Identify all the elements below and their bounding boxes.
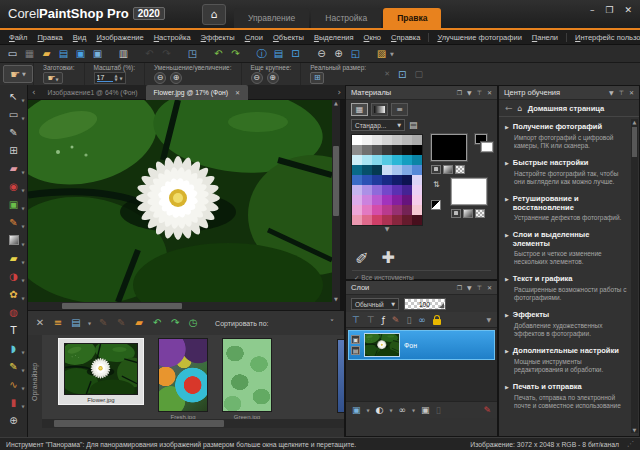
palettes-icon[interactable]: ▨ bbox=[375, 47, 388, 60]
color-swatch-62[interactable] bbox=[402, 215, 412, 225]
color-swatch-40[interactable] bbox=[392, 185, 402, 195]
color-swatch-46[interactable] bbox=[382, 195, 392, 205]
color-swatch-20[interactable] bbox=[402, 155, 412, 165]
swatch-book-icon[interactable]: ▤ bbox=[409, 120, 418, 130]
thumbnail-mode-icon[interactable]: ▤ bbox=[70, 317, 82, 329]
flyout-arrow-icon[interactable]: ▼ bbox=[21, 188, 24, 193]
color-swatch-10[interactable] bbox=[372, 145, 382, 155]
random-parameters-icon[interactable]: ⊡ bbox=[289, 47, 302, 60]
color-swatch-47[interactable] bbox=[392, 195, 402, 205]
color-swatch-38[interactable] bbox=[372, 185, 382, 195]
rotate-right-icon[interactable]: ↷ bbox=[169, 317, 181, 329]
save-icon[interactable]: ▣ bbox=[74, 47, 87, 60]
color-swatch-48[interactable] bbox=[402, 195, 412, 205]
color-swatch-8[interactable] bbox=[352, 145, 362, 155]
color-swatch-6[interactable] bbox=[402, 135, 412, 145]
maximize-icon[interactable]: ❐ bbox=[605, 5, 613, 15]
learning-section-2[interactable]: ▶Быстрые настройкиНастройте фотографий т… bbox=[505, 158, 628, 186]
color-swatch-52[interactable] bbox=[372, 205, 382, 215]
new-mask-layer-icon[interactable]: ∞ bbox=[399, 405, 407, 415]
opacity-field[interactable]: 100 bbox=[404, 298, 446, 310]
crop-tool[interactable]: ⊞ bbox=[2, 141, 26, 159]
close-panel-icon[interactable]: ✕ bbox=[487, 284, 492, 291]
layer-visibility-icon[interactable]: ▣ bbox=[351, 335, 360, 344]
clear-icon[interactable]: ✕ bbox=[384, 70, 390, 78]
zoom-more-icon[interactable]: ⊕ bbox=[267, 72, 279, 84]
zoom-in-step-icon[interactable]: ⊕ bbox=[170, 72, 182, 84]
lc-scroll-thumb[interactable] bbox=[632, 127, 637, 157]
color-swatch-39[interactable] bbox=[382, 185, 392, 195]
color-swatch-23[interactable] bbox=[362, 165, 372, 175]
color-swatch-14[interactable] bbox=[412, 145, 422, 155]
red-eye-tool[interactable]: ◉▼ bbox=[2, 177, 26, 195]
flyout-arrow-icon[interactable]: ▼ bbox=[21, 404, 24, 409]
lock-icon[interactable] bbox=[433, 319, 441, 325]
color-swatch-29[interactable] bbox=[352, 175, 362, 185]
color-swatch-16[interactable] bbox=[362, 155, 372, 165]
color-swatch-60[interactable] bbox=[382, 215, 392, 225]
picture-frame-icon[interactable]: ▣ bbox=[421, 405, 430, 415]
color-swatch-25[interactable] bbox=[382, 165, 392, 175]
save-as-icon[interactable]: ▣ bbox=[91, 47, 104, 60]
scale-slider-icon[interactable]: ▼ bbox=[120, 76, 123, 81]
link-layers-icon[interactable]: ∞ bbox=[418, 315, 426, 325]
color-swatch-19[interactable] bbox=[392, 155, 402, 165]
new-file-icon[interactable]: ▭ bbox=[6, 47, 19, 60]
menu-item-10[interactable]: Окно bbox=[359, 33, 386, 42]
menu-item-6[interactable]: Эффекты bbox=[196, 33, 240, 42]
color-swatch-61[interactable] bbox=[392, 215, 402, 225]
vscroll-thumb[interactable] bbox=[333, 146, 339, 216]
scroll-down-icon[interactable]: ▼ bbox=[631, 427, 638, 433]
organizer-thumbnail-1[interactable]: Flower.jpg bbox=[58, 338, 144, 405]
color-replacer-tool[interactable]: ◑▼ bbox=[2, 267, 26, 285]
edit-image-icon[interactable]: ✎ bbox=[483, 405, 491, 415]
learning-section-4[interactable]: ▶Слои и выделенные элементыБыстрое и чет… bbox=[505, 230, 628, 266]
color-swatch-1[interactable] bbox=[352, 135, 362, 145]
undo-history-icon[interactable]: ↶ bbox=[212, 47, 225, 60]
flyout-arrow-icon[interactable]: ▼ bbox=[21, 350, 24, 355]
pin-panel-icon[interactable]: ⊤ bbox=[477, 89, 482, 96]
learning-section-6[interactable]: ▶ЭффектыДобавление художественных эффект… bbox=[505, 310, 628, 338]
color-swatch-63[interactable] bbox=[412, 215, 422, 225]
panel-menu-icon[interactable]: ▼ bbox=[467, 284, 472, 291]
organizer-scroll-thumb[interactable] bbox=[54, 420, 224, 427]
twain-acquire-icon[interactable]: ▤ bbox=[57, 47, 70, 60]
pin-panel-icon[interactable]: ⊤ bbox=[619, 89, 624, 96]
menu-item-1[interactable]: Файл bbox=[4, 33, 32, 42]
selection-tool[interactable]: ▭▼ bbox=[2, 105, 26, 123]
capture-time-icon[interactable]: ◷ bbox=[187, 317, 199, 329]
organizer-tab[interactable]: Органайзер bbox=[28, 335, 42, 428]
color-swatch-59[interactable] bbox=[372, 215, 382, 225]
color-swatch-24[interactable] bbox=[372, 165, 382, 175]
color-swatch-7[interactable] bbox=[412, 135, 422, 145]
color-swatch-37[interactable] bbox=[362, 185, 372, 195]
color-swatch-44[interactable] bbox=[362, 195, 372, 205]
menu-item-11[interactable]: Справка bbox=[386, 33, 425, 42]
new-adjustment-layer-icon[interactable]: ◐ bbox=[376, 405, 384, 415]
menu-item-7[interactable]: Слои bbox=[240, 33, 268, 42]
flyout-arrow-icon[interactable]: ▼ bbox=[21, 170, 24, 175]
thumbnail-partial[interactable] bbox=[337, 339, 344, 413]
minimize-icon[interactable]: – bbox=[590, 5, 595, 15]
zoom-in-icon[interactable]: ⊕ bbox=[332, 47, 345, 60]
preset-shape-tool[interactable]: ◗▼ bbox=[2, 339, 26, 357]
organizer-thumbnail-3[interactable]: Green.jpg bbox=[222, 338, 272, 420]
flyout-arrow-icon[interactable]: ▼ bbox=[21, 296, 24, 301]
warp-brush-tool[interactable]: ∿▼ bbox=[2, 375, 26, 393]
fg-pattern-style-icon[interactable] bbox=[455, 165, 465, 174]
color-swatch-11[interactable] bbox=[382, 145, 392, 155]
page-icon[interactable]: ▯ bbox=[406, 315, 411, 325]
color-swatch-21[interactable] bbox=[412, 155, 422, 165]
airbrush-tool[interactable]: ◍ bbox=[2, 303, 26, 321]
gradient-tool[interactable]: ▼ bbox=[2, 231, 26, 249]
color-swatch-32[interactable] bbox=[382, 175, 392, 185]
tabs-scroll-right-icon[interactable]: › bbox=[333, 87, 345, 97]
print-icon[interactable]: ▥ bbox=[117, 47, 130, 60]
hscroll-thumb[interactable] bbox=[62, 303, 182, 309]
preview-icon[interactable]: ⊡ bbox=[398, 69, 406, 80]
color-swatch-28[interactable] bbox=[412, 165, 422, 175]
pen-tool[interactable]: ✎▼ bbox=[2, 357, 26, 375]
canvas-horizontal-scrollbar[interactable] bbox=[28, 302, 332, 310]
fit-to-window-icon[interactable]: ◱ bbox=[349, 47, 362, 60]
color-swatch-15[interactable] bbox=[352, 155, 362, 165]
